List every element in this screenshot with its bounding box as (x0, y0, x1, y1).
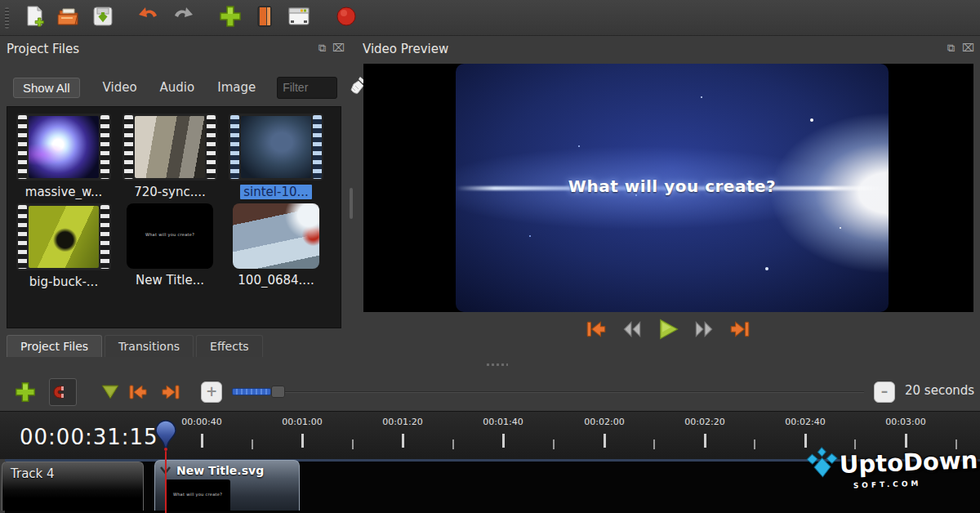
redo-button[interactable] (169, 4, 197, 32)
file-item-selected[interactable]: sintel-10... (226, 114, 326, 203)
transport-controls (0, 317, 980, 341)
clip-thumbnail: What will you create? (165, 480, 230, 511)
add-track-plus-icon (14, 381, 37, 404)
ruler-minor-tick (553, 439, 555, 449)
video-preview-panel-header: Video Preview ⧉ ⌧ (353, 39, 980, 60)
jump-to-end-button[interactable] (728, 317, 752, 341)
uptodown-watermark: UptoDown SOFT.COM (804, 442, 969, 492)
ruler-label: 00:03:00 (869, 417, 942, 427)
undock-panel-icon[interactable]: ⧉ (947, 42, 955, 53)
starfield (456, 64, 457, 65)
timeline-clip[interactable]: New Title.svg What will you create? (154, 460, 300, 511)
zoom-slider-groove[interactable] (232, 391, 864, 393)
ruler-tick (604, 434, 606, 448)
file-name: massive_w... (25, 185, 102, 199)
ruler-minor-tick (754, 439, 755, 449)
file-name: sintel-10... (240, 185, 312, 199)
file-name: New Title... (136, 273, 204, 288)
ruler-label: 00:01:00 (265, 417, 339, 427)
ruler-tick (301, 434, 304, 448)
zoom-slider-handle[interactable] (271, 386, 285, 398)
choose-profile-button[interactable] (285, 4, 313, 32)
zoom-out-button[interactable]: – (874, 381, 895, 403)
red-circle-export-icon (334, 4, 359, 32)
horizontal-splitter-handle[interactable] (487, 364, 508, 366)
file-item[interactable]: 100_0684.... (226, 203, 326, 291)
track-header[interactable]: Track 4 (2, 462, 144, 511)
ruler-minor-tick (653, 439, 655, 449)
import-files-button[interactable] (216, 4, 244, 32)
clip-thumb-caption: What will you create? (165, 492, 230, 497)
file-item[interactable]: big-buck-... (14, 203, 114, 292)
add-track-button[interactable] (11, 378, 39, 406)
video-filter-button[interactable]: Video (103, 80, 137, 95)
close-panel-icon[interactable]: ⌧ (332, 42, 345, 53)
playhead-timecode: 00:00:31:15 (20, 425, 158, 449)
video-overlay-text: What will you create? (456, 176, 889, 196)
film-reel-icon (252, 4, 277, 32)
video-frame: What will you create? (456, 64, 889, 312)
watermark-brand: UptoDown (839, 446, 978, 479)
window-profile-icon (287, 4, 311, 32)
open-project-button[interactable] (55, 4, 82, 32)
zoom-in-button[interactable]: + (201, 381, 222, 403)
project-files-panel-header: Project Files ⧉ ⌧ (0, 39, 345, 60)
video-preview-screen[interactable]: What will you create? (363, 64, 973, 312)
vertical-splitter-handle[interactable] (350, 188, 353, 219)
main-toolbar (0, 0, 980, 36)
save-project-button[interactable] (89, 4, 117, 32)
add-marker-button[interactable] (96, 378, 124, 406)
filmstrip-sprockets (100, 115, 109, 179)
snapping-toggle-button[interactable] (49, 378, 77, 406)
ruler-tick (402, 434, 404, 448)
ruler-tick (704, 434, 706, 448)
title-editor-button[interactable] (251, 4, 278, 32)
filter-input[interactable] (277, 77, 337, 99)
toolbar-drag-handle[interactable] (5, 7, 9, 29)
show-all-button[interactable]: Show All (13, 78, 80, 98)
undo-button[interactable] (135, 4, 163, 32)
thumbnail-art (241, 116, 311, 178)
play-button[interactable] (656, 317, 680, 341)
audio-filter-button[interactable]: Audio (160, 80, 195, 95)
ruler-label: 00:02:40 (768, 417, 842, 427)
video-preview-title: Video Preview (363, 42, 448, 56)
thumbnail-art (29, 206, 99, 268)
undock-panel-icon[interactable]: ⧉ (318, 42, 326, 53)
playhead-marker[interactable] (155, 420, 176, 456)
timeline-toolbar: + – 20 seconds (0, 372, 980, 411)
save-icon (91, 4, 115, 32)
file-thumbnail (16, 203, 111, 270)
project-files-title: Project Files (7, 42, 79, 56)
ruler-tick (804, 434, 807, 448)
filmstrip-sprockets (230, 115, 239, 179)
file-item[interactable]: 720-sync.... (120, 114, 220, 203)
rewind-button[interactable] (620, 317, 644, 341)
zoom-slider-fill (232, 388, 271, 395)
previous-marker-icon (127, 381, 149, 403)
image-filter-button[interactable]: Image (217, 80, 256, 95)
ruler-label: 00:02:00 (568, 417, 641, 427)
new-document-icon (22, 4, 47, 32)
close-panel-icon[interactable]: ⌧ (962, 42, 974, 53)
export-video-button[interactable] (332, 4, 360, 32)
open-folder-icon (56, 4, 81, 32)
file-item[interactable]: What will you create? New Title... (120, 203, 220, 291)
file-item[interactable]: massive_w... (14, 114, 114, 203)
new-project-button[interactable] (20, 4, 48, 32)
previous-marker-button[interactable] (124, 378, 152, 406)
jump-to-start-button[interactable] (584, 317, 608, 341)
thumbnail-art (135, 116, 205, 178)
filmstrip-sprockets (124, 115, 133, 179)
fast-forward-button[interactable] (692, 317, 716, 341)
file-thumbnail (229, 114, 323, 181)
add-marker-triangle-icon (100, 383, 120, 401)
file-name: 100_0684.... (238, 273, 314, 288)
next-marker-button[interactable] (157, 378, 185, 406)
snapping-magnet-icon (53, 382, 73, 402)
file-name: 720-sync.... (134, 185, 206, 199)
plus-icon (218, 4, 243, 32)
file-thumbnail (122, 114, 217, 181)
filmstrip-sprockets (313, 115, 322, 179)
redo-icon (171, 4, 195, 32)
